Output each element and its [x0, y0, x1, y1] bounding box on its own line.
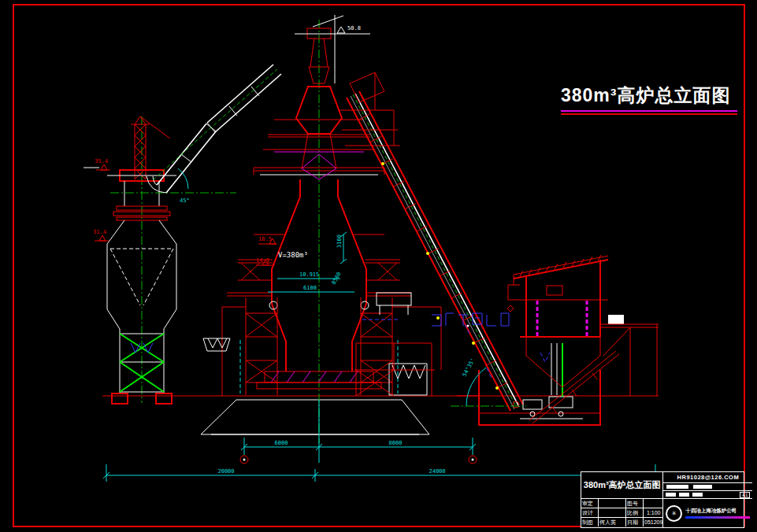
design-label: 设计	[581, 508, 599, 517]
stamp-block	[693, 485, 712, 489]
dwgno-value	[644, 499, 662, 508]
elevation-label-145: 14.5	[256, 257, 269, 264]
downcomer-pipe: 45°	[147, 65, 281, 204]
dwgno-label: 图号	[626, 499, 644, 508]
sheet-size-label: A1	[740, 492, 750, 498]
stamp-block	[679, 493, 689, 497]
draft-label: 制图	[581, 518, 599, 526]
scale-value: 1:100	[644, 508, 662, 517]
stamp-block	[692, 493, 703, 497]
bottom-dimensions: 6000 8000 20000 24000	[103, 400, 659, 482]
company-info: 十四冶上海冶炼炉公司	[685, 508, 750, 519]
stamp-block	[666, 493, 676, 497]
title-block-title: 380m³高炉总立面图	[581, 472, 662, 499]
dim-8000: 8000	[389, 440, 403, 446]
scale-label: 比例	[626, 508, 644, 517]
furnace-volume-label: V=380m³	[278, 251, 308, 259]
stockhouse	[354, 343, 435, 396]
drawing-title: 380m³高炉总立面图	[561, 83, 737, 115]
dim-6100: 6100	[303, 285, 317, 291]
dim-3100: 3100	[336, 235, 343, 248]
title-underline-magenta	[561, 110, 737, 112]
cad-canvas: 50.8 V=380m³	[0, 0, 757, 532]
dust-catcher: 35.4 31.4	[83, 116, 236, 404]
company-logo-icon: ✳	[666, 505, 682, 522]
elevation-label-top: 50.8	[347, 25, 361, 31]
sheet-row: A1	[663, 491, 752, 499]
draft-value: 何人英	[599, 518, 626, 526]
cad-viewport: 50.8 V=380m³	[0, 0, 757, 532]
company-name: 十四冶上海冶炼炉公司	[685, 508, 750, 515]
skip-pit	[457, 343, 600, 425]
slag-ladle-right	[377, 293, 427, 395]
downcomer-angle-label: 45°	[180, 198, 190, 204]
title-block-row-1: 审定 图号	[581, 499, 662, 508]
furnace-dimensions: 3100 10.915 8500 6100 16.5 14.5	[256, 232, 354, 292]
title-block-right: HR91028@126.COM A1 ✳ 十四冶上海冶炼炉公司	[663, 472, 752, 527]
design-value	[599, 508, 626, 517]
elevation-label-dc-mid: 31.4	[93, 229, 106, 235]
company-gradient-bar	[685, 516, 750, 519]
stamp-blocks-row	[663, 483, 752, 491]
company-row: ✳ 十四冶上海冶炼炉公司	[663, 499, 752, 527]
title-block-row-2: 设计 比例 1:100	[581, 508, 662, 518]
approve-value	[599, 499, 626, 508]
dim-6000: 6000	[275, 440, 288, 446]
drawing-title-text: 380m³高炉总立面图	[561, 83, 737, 108]
screening-building	[508, 255, 659, 423]
dim-8500: 8500	[331, 271, 343, 286]
conveyor-angle-label: 54°35'	[462, 357, 477, 378]
elevation-label-dc-top: 35.4	[95, 158, 108, 164]
date-label: 日期	[626, 518, 644, 526]
title-block: 380m³高炉总立面图 审定 图号 设计 比例 1:100 制图 何人英 日期 …	[581, 471, 744, 528]
date-value: 051209	[644, 518, 662, 526]
title-block-left: 380m³高炉总立面图 审定 图号 设计 比例 1:100 制图 何人英 日期 …	[581, 472, 663, 527]
ladle-left	[203, 338, 230, 351]
furnace-foundation	[201, 400, 429, 434]
dim-20000: 20000	[217, 468, 234, 475]
dim-24000: 24000	[429, 468, 445, 475]
dim-10915: 10.915	[299, 272, 319, 278]
approve-label: 审定	[581, 499, 599, 508]
elevation-label-165: 16.5	[258, 236, 272, 242]
contact-email: HR91028@126.COM	[663, 472, 752, 483]
stamp-block	[666, 485, 688, 489]
title-block-row-3: 制图 何人英 日期 051209	[581, 518, 662, 526]
title-underline-red	[561, 113, 737, 115]
